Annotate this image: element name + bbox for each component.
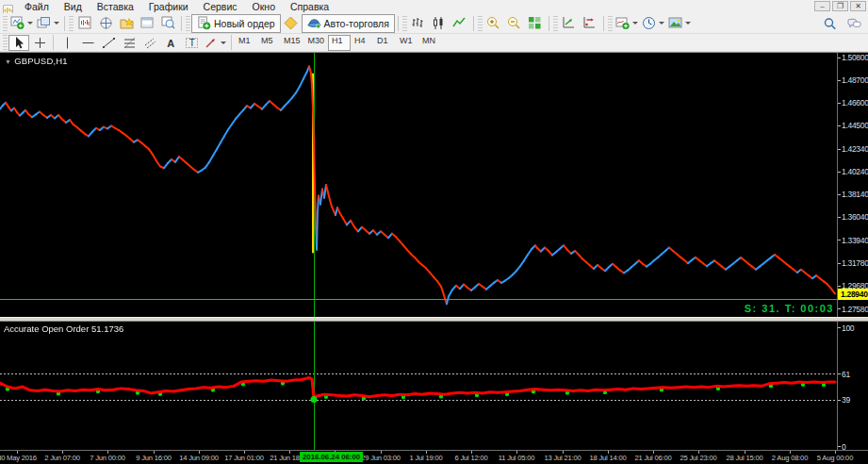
menu-item[interactable]: Сервис bbox=[196, 0, 245, 13]
horizontal-line-button[interactable] bbox=[77, 35, 98, 51]
price-axis-tick bbox=[838, 103, 841, 104]
toolbar-drag-handle[interactable] bbox=[3, 16, 8, 31]
crosshair-icon bbox=[33, 36, 47, 50]
chat-icon bbox=[847, 17, 861, 31]
close-button[interactable]: ✕ bbox=[850, 1, 866, 11]
vertical-line-button[interactable] bbox=[57, 35, 77, 51]
vertical-line-icon bbox=[60, 36, 74, 50]
time-axis-label: 28 Jul 15:00 bbox=[727, 454, 763, 462]
profiles-button[interactable] bbox=[35, 14, 61, 33]
channel-button[interactable] bbox=[139, 35, 160, 51]
minimize-button[interactable]: – bbox=[814, 1, 830, 11]
fibonacci-button[interactable] bbox=[119, 35, 139, 51]
indicator-axis-label: 39 bbox=[842, 395, 850, 405]
toolbar-drag-handle[interactable] bbox=[553, 16, 558, 31]
menu-bar: ФайлВидВставкаГрафикиСервисОкноСправка –… bbox=[0, 0, 868, 13]
data-window-icon bbox=[99, 16, 113, 30]
price-axis-label: 1.38140 bbox=[842, 190, 868, 199]
menu-item[interactable]: Графики bbox=[141, 0, 196, 13]
new-order-button[interactable]: Новый ордер bbox=[191, 14, 281, 33]
indicators-button[interactable] bbox=[614, 14, 640, 33]
indicator-axis-tick bbox=[838, 373, 841, 374]
timeframe-d1[interactable]: D1 bbox=[373, 35, 396, 51]
price-axis-label: 1.40240 bbox=[842, 167, 868, 176]
mt4-window: ФайлВидВставкаГрафикиСервисОкноСправка –… bbox=[0, 0, 868, 464]
market-watch-button[interactable] bbox=[74, 14, 95, 33]
timeframe-h4[interactable]: H4 bbox=[351, 35, 373, 51]
time-axis-label: 29 Jun 03:00 bbox=[361, 454, 401, 462]
toolbar-separator bbox=[181, 16, 182, 31]
timeframe-m15[interactable]: M15 bbox=[280, 35, 304, 51]
timeframe-m1[interactable]: M1 bbox=[235, 35, 257, 51]
toolbar-drag-handle[interactable] bbox=[186, 16, 190, 31]
tile-windows-button[interactable] bbox=[525, 14, 546, 33]
shapes-icon bbox=[204, 36, 218, 50]
time-axis-label: 30 May 2016 bbox=[0, 454, 37, 462]
metaeditor-button[interactable] bbox=[281, 14, 302, 33]
toolbar-drag-handle[interactable] bbox=[402, 16, 407, 31]
profiles-dropdown-arrow[interactable] bbox=[54, 22, 59, 25]
price-axis-label: 1.31780 bbox=[842, 258, 868, 268]
price-axis-label: 1.42340 bbox=[842, 144, 868, 154]
toolbar-drag-handle[interactable] bbox=[478, 16, 483, 31]
text-tool-button[interactable]: A bbox=[160, 35, 181, 51]
time-axis-label: 9 Jun 16:00 bbox=[136, 454, 172, 462]
templates-dropdown-arrow[interactable] bbox=[685, 22, 691, 25]
new-chart-button[interactable] bbox=[8, 14, 35, 33]
toolbar-drag-handle[interactable] bbox=[69, 16, 74, 31]
chart-candles-button[interactable] bbox=[429, 14, 450, 33]
menu-item[interactable]: Вид bbox=[57, 0, 90, 13]
time-axis-label: 25 Jul 23:00 bbox=[680, 454, 717, 462]
restore-button[interactable]: ❐ bbox=[832, 1, 848, 11]
indicator-axis-tick bbox=[838, 327, 841, 328]
menu-item[interactable]: Окно bbox=[245, 0, 283, 13]
timeframe-h1[interactable]: H1 bbox=[328, 35, 351, 51]
toolbar-separator bbox=[398, 16, 399, 31]
search-button[interactable] bbox=[819, 14, 840, 33]
trendline-button[interactable] bbox=[98, 35, 119, 51]
menu-item[interactable]: Вставка bbox=[90, 0, 141, 13]
new-chart-dropdown-arrow[interactable] bbox=[27, 22, 33, 25]
timeframe-m5[interactable]: M5 bbox=[257, 35, 280, 51]
indicators-dropdown-arrow[interactable] bbox=[632, 22, 638, 25]
toolbar-drag-handle[interactable] bbox=[608, 16, 613, 31]
price-axis-label: 1.46600 bbox=[842, 98, 868, 108]
chart-shift-button[interactable] bbox=[580, 14, 600, 33]
main-chart-pane: ▼GBPUSD,H1 S: 31. T: 00:03 1.28940 1.508… bbox=[0, 53, 868, 317]
chat-button[interactable] bbox=[843, 14, 864, 33]
periods-button[interactable] bbox=[640, 14, 666, 33]
price-axis-label: 1.29680 bbox=[842, 281, 868, 290]
strategy-tester-button[interactable] bbox=[157, 14, 178, 33]
main-chart-canvas[interactable] bbox=[0, 53, 837, 317]
standard-toolbar: Новый ордерАвто-торговля bbox=[0, 13, 868, 34]
indicators-icon bbox=[615, 16, 630, 30]
price-axis-tick bbox=[838, 217, 841, 218]
terminal-button[interactable] bbox=[137, 14, 157, 33]
menu-item[interactable]: Справка bbox=[283, 0, 336, 13]
autotrade-button[interactable]: Авто-торговля bbox=[302, 14, 395, 33]
timeframe-w1[interactable]: W1 bbox=[396, 35, 418, 51]
timeframe-mn[interactable]: MN bbox=[418, 35, 441, 51]
menu-item[interactable]: Файл bbox=[17, 0, 57, 13]
periods-dropdown-arrow[interactable] bbox=[659, 22, 664, 25]
zoom-out-button[interactable] bbox=[504, 14, 525, 33]
chart-line-button[interactable] bbox=[450, 14, 470, 33]
navigator-button[interactable] bbox=[116, 14, 137, 33]
label-tool-button[interactable]: T bbox=[181, 35, 202, 51]
zoom-in-button[interactable] bbox=[483, 14, 504, 33]
indicator-axis: 10061390 bbox=[837, 322, 868, 450]
toolbar-drag-handle[interactable] bbox=[3, 35, 8, 50]
data-window-button[interactable] bbox=[95, 14, 116, 33]
indicator-canvas[interactable] bbox=[0, 322, 837, 450]
symbol-dropdown-icon[interactable]: ▼ bbox=[5, 58, 11, 65]
auto-scroll-button[interactable] bbox=[559, 14, 580, 33]
templates-button[interactable] bbox=[666, 14, 693, 33]
cursor-button[interactable] bbox=[8, 35, 29, 51]
chart-bars-button[interactable] bbox=[408, 14, 429, 33]
price-axis-tick bbox=[838, 172, 841, 173]
shapes-button[interactable] bbox=[202, 35, 228, 51]
crosshair-button[interactable] bbox=[29, 35, 50, 51]
shapes-dropdown-arrow[interactable] bbox=[221, 41, 226, 44]
time-axis-label: 2 Aug 08:00 bbox=[772, 454, 808, 462]
timeframe-m30[interactable]: M30 bbox=[304, 35, 329, 51]
